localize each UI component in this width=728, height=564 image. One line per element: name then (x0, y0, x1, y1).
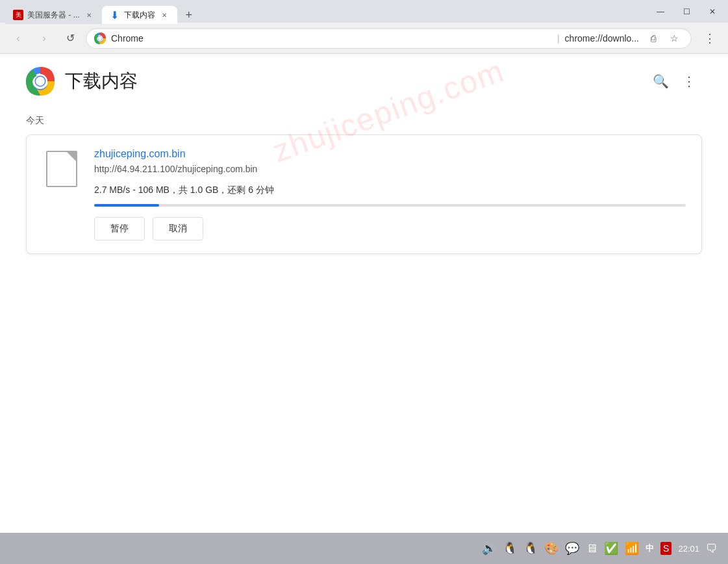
address-actions: ⎙ ☆ (644, 29, 683, 47)
taskbar-icon-4[interactable]: 💬 (565, 541, 579, 556)
tab-2-label: 下载内容 (124, 10, 155, 21)
download-info: zhujiceping.com.bin http://64.94.211.100… (94, 148, 686, 240)
back-button: ‹ (8, 28, 29, 49)
taskbar-icon-5[interactable]: 🖥 (586, 542, 597, 556)
file-icon-area (42, 148, 81, 187)
bookmark-button[interactable]: ☆ (665, 29, 683, 47)
taskbar-wifi[interactable]: 📶 (625, 541, 639, 556)
taskbar-volume[interactable]: 🔊 (482, 541, 496, 556)
nav-bar: ‹ › ↺ Chrome | chrome://downlo... ⎙ ☆ ⋮ (0, 23, 728, 54)
share-button[interactable]: ⎙ (644, 29, 662, 47)
taskbar-icon-1[interactable]: 🐧 (503, 541, 517, 556)
page-title: 下载内容 (65, 69, 138, 94)
new-tab-button[interactable]: + (180, 6, 198, 24)
tab-1-favicon-icon: 美 (13, 10, 23, 20)
taskbar-icon-2[interactable]: 🐧 (523, 541, 538, 556)
address-bar[interactable]: Chrome | chrome://downlo... ⎙ ☆ (86, 28, 692, 49)
taskbar-notification[interactable]: 🗨 (706, 542, 718, 556)
address-url: chrome://downlo... (565, 33, 639, 44)
download-filename[interactable]: zhujiceping.com.bin (94, 148, 686, 160)
downloads-menu-button[interactable]: ⋮ (676, 68, 702, 94)
minimize-button[interactable]: — (650, 4, 671, 19)
tab-1[interactable]: 美 美国服务器 - ... ✕ (5, 6, 102, 24)
cancel-button[interactable]: 取消 (153, 217, 203, 240)
tab-2-close[interactable]: ✕ (159, 10, 169, 20)
maximize-button[interactable]: ☐ (676, 4, 697, 19)
pause-button[interactable]: 暂停 (94, 217, 145, 240)
address-site-name: Chrome (111, 33, 552, 44)
tab-1-label: 美国服务器 - ... (27, 10, 80, 21)
close-button[interactable]: ✕ (702, 4, 723, 19)
search-downloads-button[interactable]: 🔍 (647, 68, 673, 94)
taskbar-icon-3[interactable]: 🎨 (544, 541, 559, 556)
svg-point-3 (98, 36, 102, 40)
taskbar: 🔊 🐧 🐧 🎨 💬 🖥 ✅ 📶 中 S 22:01 🗨 (0, 533, 728, 564)
download-card: zhujiceping.com.bin http://64.94.211.100… (26, 135, 702, 254)
tab-1-favicon: 美 (13, 10, 23, 20)
svg-point-7 (36, 77, 45, 86)
download-actions: 暂停 取消 (94, 217, 686, 240)
taskbar-time: 22:01 (678, 544, 699, 554)
header-actions: 🔍 ⋮ (647, 68, 702, 94)
tab-2-favicon: ⬇ (110, 10, 120, 20)
tab-2[interactable]: ⬇ 下载内容 ✕ (102, 6, 177, 24)
file-icon (46, 151, 77, 187)
chrome-icon (94, 32, 106, 44)
taskbar-icon-6[interactable]: ✅ (604, 541, 618, 556)
section-today-label: 今天 (26, 115, 702, 127)
page-header: 下载内容 🔍 ⋮ (26, 67, 702, 96)
title-bar: 美 美国服务器 - ... ✕ ⬇ 下载内容 ✕ + — ☐ ✕ (0, 0, 728, 23)
tab-1-close[interactable]: ✕ (84, 10, 94, 20)
window-controls: — ☐ ✕ (650, 4, 723, 19)
taskbar-icon-s[interactable]: S (660, 542, 672, 555)
reload-button[interactable]: ↺ (60, 28, 81, 49)
progress-bar-container (94, 204, 686, 207)
taskbar-lang[interactable]: 中 (646, 543, 654, 554)
chrome-logo-large (26, 67, 55, 96)
forward-button: › (34, 28, 55, 49)
page-content: zhujiceping.com 下载内容 🔍 ⋮ 今天 (0, 54, 728, 533)
download-status: 2.7 MB/s - 106 MB，共 1.0 GB，还剩 6 分钟 (94, 185, 686, 196)
progress-bar-fill (94, 204, 159, 207)
browser-menu-button[interactable]: ⋮ (699, 28, 720, 49)
address-separator: | (557, 33, 560, 44)
page-title-area: 下载内容 (26, 67, 138, 96)
tab-bar: 美 美国服务器 - ... ✕ ⬇ 下载内容 ✕ + (5, 0, 650, 23)
download-url: http://64.94.211.100/zhujiceping.com.bin (94, 164, 686, 174)
